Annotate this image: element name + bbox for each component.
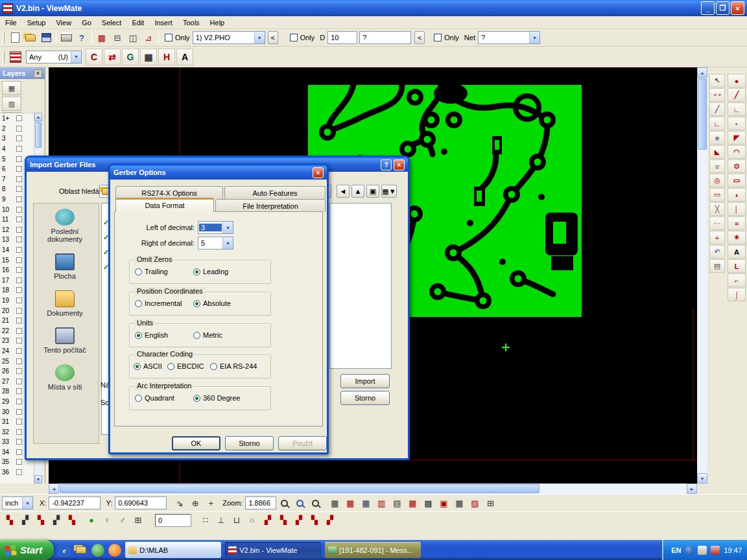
only-dcode-checkbox[interactable] bbox=[290, 34, 298, 41]
place-item[interactable]: Poslední dokumenty bbox=[34, 204, 96, 248]
layer-color-swatch[interactable] bbox=[16, 358, 22, 364]
menu-item[interactable]: File bbox=[0, 18, 22, 28]
anchor-up-icon[interactable]: ⊥ bbox=[213, 513, 229, 528]
aperture-type-combo[interactable]: Any (U) ▼ bbox=[26, 51, 82, 64]
window-titlebar[interactable]: V2.bin - ViewMate _ ❐ × bbox=[0, 0, 747, 16]
left-of-decimal-combo[interactable]: 3▼ bbox=[198, 221, 233, 234]
pattern-3-icon[interactable]: ▚ bbox=[33, 513, 49, 528]
print-icon[interactable] bbox=[58, 30, 74, 45]
layers-panel-header[interactable]: Layers × bbox=[0, 67, 45, 79]
swap-arrows-icon[interactable]: ⇄ bbox=[104, 49, 121, 65]
start-button[interactable]: Start bbox=[0, 540, 54, 560]
horizontal-scrollbar[interactable]: ◄ ► bbox=[49, 484, 697, 494]
layer-color-swatch[interactable] bbox=[16, 166, 22, 172]
radio-leading[interactable]: Leading bbox=[193, 268, 228, 275]
pad-dark-icon[interactable]: ▤ bbox=[389, 496, 405, 510]
radio-eia-rs244[interactable]: EIA RS-244 bbox=[210, 362, 257, 370]
layer-table-icon[interactable]: ▦ bbox=[2, 81, 21, 95]
place-item[interactable]: Dokumenty bbox=[34, 285, 96, 322]
anchor-u-icon[interactable]: ⊔ bbox=[229, 513, 244, 528]
pattern-4-icon[interactable]: ▞ bbox=[49, 513, 64, 528]
prev-dcode-button[interactable]: < bbox=[414, 31, 425, 44]
radio-metric[interactable]: Metric bbox=[193, 331, 222, 339]
layer-color-swatch[interactable] bbox=[16, 247, 22, 253]
aperture-g-icon[interactable]: G bbox=[122, 49, 139, 65]
menu-item[interactable]: Edit bbox=[126, 18, 149, 28]
open-file-icon[interactable] bbox=[23, 30, 38, 45]
layer-color-swatch[interactable] bbox=[16, 227, 22, 233]
flash-4-icon[interactable]: ▚ bbox=[307, 513, 322, 528]
apply-button[interactable]: Použít bbox=[278, 436, 327, 450]
target-icon[interactable]: ◎ bbox=[709, 174, 725, 187]
layer-color-swatch[interactable] bbox=[16, 156, 22, 162]
draw-fill-icon[interactable]: ▪ bbox=[728, 117, 746, 130]
grid-view-icon[interactable]: ▦ bbox=[140, 49, 157, 65]
line-select-icon[interactable]: ╱ bbox=[709, 102, 725, 116]
help-icon[interactable]: ? bbox=[381, 159, 392, 170]
layer-color-swatch[interactable] bbox=[16, 267, 22, 273]
keyboard-icon[interactable] bbox=[698, 546, 707, 555]
layer-color-swatch[interactable] bbox=[16, 388, 22, 394]
context-help-icon[interactable]: ? bbox=[74, 30, 89, 45]
tray-circle-icon[interactable] bbox=[685, 546, 694, 555]
radio-absolute[interactable]: Absolute bbox=[193, 299, 231, 307]
layer-row[interactable]: 3 bbox=[0, 134, 34, 144]
import-button[interactable]: Import bbox=[340, 374, 390, 388]
radio-ascii[interactable]: ASCII bbox=[134, 362, 162, 370]
vertical-scrollbar[interactable]: ▲ ▼ bbox=[697, 67, 707, 484]
draw-circle-icon[interactable]: ⊙ bbox=[728, 159, 746, 173]
draw-line-icon[interactable]: ╱ bbox=[728, 88, 746, 102]
zoom-in-icon[interactable] bbox=[276, 496, 292, 510]
split-view-icon[interactable]: ◫ bbox=[125, 30, 141, 45]
pattern-5-icon[interactable]: ▚ bbox=[64, 513, 80, 528]
layer-row[interactable]: 4 bbox=[0, 144, 34, 154]
layer-color-swatch[interactable] bbox=[16, 318, 22, 323]
back-icon[interactable]: ◄ bbox=[337, 185, 350, 198]
language-indicator[interactable]: EN bbox=[671, 546, 681, 554]
add-point-icon[interactable]: + bbox=[203, 496, 219, 510]
layer-color-swatch[interactable] bbox=[16, 126, 22, 132]
dot-grid-icon[interactable]: ∷ bbox=[198, 513, 213, 528]
place-item[interactable]: Plocha bbox=[34, 248, 96, 285]
corner-icon[interactable]: ∟ bbox=[709, 117, 725, 130]
grid-blue-icon[interactable]: ▦ bbox=[358, 496, 374, 510]
layer-grid-icon[interactable]: ▦ bbox=[94, 30, 110, 45]
menu-item[interactable]: Insert bbox=[149, 18, 178, 28]
layer-color-swatch[interactable] bbox=[16, 176, 22, 182]
star-icon[interactable]: + bbox=[709, 231, 725, 244]
layer-color-swatch[interactable] bbox=[16, 399, 22, 404]
measure-icon[interactable]: ⇘ bbox=[172, 496, 187, 510]
browser-icon[interactable] bbox=[108, 544, 121, 557]
dcode-input[interactable]: 10 bbox=[327, 31, 357, 44]
scrollbar-thumb[interactable] bbox=[60, 484, 540, 493]
aperture-flash-icon[interactable] bbox=[7, 49, 24, 65]
draw-halfmoon-icon[interactable]: ◖ bbox=[728, 188, 746, 202]
views-icon[interactable]: ▦▼ bbox=[381, 185, 397, 198]
area-icon[interactable]: ■ bbox=[709, 131, 725, 145]
layer-color-swatch[interactable] bbox=[16, 469, 22, 475]
cancel-button[interactable]: Storno bbox=[340, 391, 390, 405]
draw-triangle-icon[interactable]: ◤ bbox=[728, 131, 746, 145]
layer-color-swatch[interactable] bbox=[16, 196, 22, 202]
close-button[interactable]: × bbox=[731, 1, 744, 15]
pad-select-icon[interactable]: ∘∘ bbox=[709, 88, 725, 102]
prev-layer-button[interactable]: < bbox=[268, 31, 278, 44]
toolbar-grip[interactable] bbox=[3, 51, 5, 63]
panel-icon[interactable]: ▤ bbox=[709, 259, 725, 273]
pattern-2-icon[interactable]: ▞ bbox=[18, 513, 33, 528]
probe-icon[interactable]: ♀ bbox=[99, 513, 115, 528]
close-icon[interactable]: × bbox=[313, 167, 324, 178]
layer-combo[interactable]: 1) V2.PHO▼ bbox=[193, 31, 265, 44]
x-coordinate-field[interactable]: -0.942237 bbox=[49, 496, 101, 509]
layer-color-swatch[interactable] bbox=[16, 287, 22, 293]
sketch-icon[interactable]: ▨ bbox=[467, 496, 482, 510]
toolbar-grip[interactable] bbox=[3, 32, 5, 43]
menu-item[interactable]: View bbox=[51, 18, 77, 28]
zoom-all-icon[interactable] bbox=[307, 496, 323, 510]
layer-color-swatch[interactable] bbox=[16, 368, 22, 374]
radio-quadrant[interactable]: Quadrant bbox=[135, 394, 174, 402]
radio-english[interactable]: English bbox=[135, 331, 168, 339]
flash-3-icon[interactable]: ▞ bbox=[291, 513, 307, 528]
text-a-icon[interactable]: A bbox=[176, 49, 193, 65]
menu-item[interactable]: Select bbox=[97, 18, 127, 28]
